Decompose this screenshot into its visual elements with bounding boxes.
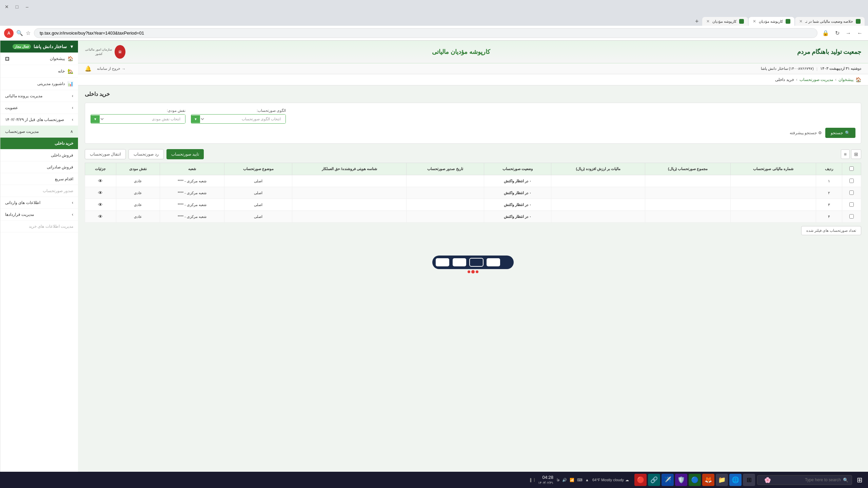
cell-row-3: ۴ <box>816 211 842 223</box>
taskbar: ⊞ 🔍 🌸 ⊞ 🌐 📁 🦊 🔵 🛡️ ✈️ 🔗 🔴 ☁ 64°F Mostly … <box>0 472 868 488</box>
search-icon[interactable]: 🔍 <box>16 30 23 36</box>
breadcrumb-item-1[interactable]: پیشخوان <box>839 77 853 82</box>
chevron-up-taskbar[interactable]: ▲ <box>585 478 589 482</box>
table-row: ۴ ۰ در انتظار واکنش اصلی شعبه مرکزی - **… <box>85 211 861 223</box>
sidebar-item-piskhwan[interactable]: 🏠 پیشخوان 🔲 <box>0 53 78 65</box>
browser-tab-2[interactable]: کارپوشه مؤدیان ✕ <box>749 17 794 26</box>
sidebar-item-dashboard[interactable]: 📊 داشبورد مدیریتی <box>0 78 78 90</box>
sidebar-item-prev-invoices[interactable]: › صورتحساب های قبل از ۱۴۰۲/۰۳/۲۹ <box>0 114 78 126</box>
sidebar-item-domestic-sell[interactable]: فروش داخلی <box>0 149 78 161</box>
row-checkbox-0[interactable] <box>849 179 854 183</box>
sidebar-item-invoice-manage[interactable]: ∧ مدیریت صورتحساب <box>0 126 78 138</box>
transfer-invoice-button[interactable]: انتقال صورتحساب <box>85 149 126 159</box>
select-all-checkbox[interactable] <box>849 166 854 171</box>
sidebar-item-quick-action[interactable]: اقدام سریع <box>0 173 78 185</box>
close-button[interactable]: ✕ <box>3 3 10 10</box>
reject-invoice-button[interactable]: رد صورتحساب <box>129 149 163 159</box>
start-button[interactable]: ⊞ <box>854 474 865 485</box>
home-button[interactable]: 🔒 <box>821 28 830 38</box>
invoice-pattern-select[interactable]: انتخاب الگوی صورتحساب <box>200 115 285 123</box>
back-button[interactable]: ← <box>856 29 864 38</box>
cell-eye-3[interactable]: 👁 <box>85 211 116 223</box>
sidebar-item-domestic-buy[interactable]: خرید داخلی <box>0 138 78 149</box>
cell-role-0: عادی <box>116 175 160 187</box>
search-button[interactable]: 🔍 جستجو <box>825 128 855 138</box>
cell-checkbox-0 <box>842 175 861 187</box>
gear-icon: ⚙ <box>818 130 822 135</box>
table-row: ۳ ۰ در انتظار واکنش اصلی شعبه مرکزی - **… <box>85 199 861 211</box>
cell-eye-0[interactable]: 👁 <box>85 175 116 187</box>
cell-date-1 <box>407 187 484 199</box>
sidebar-label-quick-action: اقدام سریع <box>55 177 73 181</box>
sidebar-item-export-sell[interactable]: فروش صادراتی <box>0 161 78 173</box>
sidebar-item-buy-info[interactable]: مدیریت اطلاعات های خرید <box>0 221 78 232</box>
logout-button[interactable]: → خروج از سامانه <box>97 66 125 71</box>
taxpayer-role-label: نقش مودی: <box>91 108 185 113</box>
lang-indicator: فا <box>557 478 559 482</box>
taskbar-app-edge[interactable]: 🌐 <box>729 474 742 486</box>
filter-count-button[interactable]: تعداد صورتحساب های فیلتر شده <box>801 226 861 235</box>
tab-close-3[interactable]: ✕ <box>706 19 710 24</box>
notification-icon[interactable]: 🔔 <box>85 65 92 72</box>
chevron-left-icon-2: › <box>72 105 73 110</box>
taskbar-app-chrome2[interactable]: 🔴 <box>634 474 647 486</box>
taskbar-app-telegram[interactable]: ✈️ <box>662 474 674 486</box>
weather-text: 64°F Mostly cloudy <box>592 478 624 482</box>
sidebar-item-khaneh[interactable]: 🏡 خانه <box>0 65 78 78</box>
sidebar-label-membership: عضویت <box>5 105 18 110</box>
cell-eye-1[interactable]: 👁 <box>85 187 116 199</box>
maximize-button[interactable]: □ <box>14 3 20 10</box>
forward-button[interactable]: → <box>844 29 852 38</box>
user-bar: دوشنبه ۳۱ اردیبهشت ۱۴۰۳ | (۱۴۰۰۸۷۶۶۷۹۷) … <box>78 63 868 74</box>
breadcrumb-item-2[interactable]: مدیریت صورتحساب <box>800 77 833 82</box>
tab-close-1[interactable]: ✕ <box>799 19 803 24</box>
url-input[interactable] <box>34 28 817 38</box>
taskbar-app-explorer[interactable]: 📁 <box>716 474 728 486</box>
cell-tax-num-0 <box>730 175 816 187</box>
sidebar-expand-icon[interactable]: ▼ <box>70 44 74 49</box>
profile-avatar[interactable]: A <box>4 28 14 38</box>
browser-tab-3[interactable]: کارپوشه مؤدیان ✕ <box>702 17 748 26</box>
view-list-button[interactable]: ≡ <box>841 149 850 159</box>
taxpayer-role-select[interactable]: انتخاب نقش مودی <box>100 115 185 123</box>
taskbar-app-widgets[interactable]: ⊞ <box>743 474 755 486</box>
minimize-button[interactable]: – <box>24 3 31 10</box>
show-desktop-button[interactable]: ▌ <box>530 478 534 482</box>
taskbar-app-firefox[interactable]: 🦊 <box>702 474 714 486</box>
taskbar-app-network[interactable]: 🔗 <box>648 474 660 486</box>
col-checkbox <box>842 163 861 175</box>
advanced-search-button[interactable]: ⚙ جستجو پیشرفته <box>790 130 822 135</box>
tab-close-2[interactable]: ✕ <box>753 19 756 24</box>
taskbar-app-chrome[interactable]: 🔵 <box>689 474 701 486</box>
bookmark-icon[interactable]: ☆ <box>26 30 31 36</box>
org-name: سازمان امور مالیاتی کشور <box>85 47 113 56</box>
new-tab-button[interactable]: + <box>692 17 702 26</box>
cell-status-3: ۰ در انتظار واکنش <box>484 211 551 223</box>
view-grid-button[interactable]: ⊞ <box>851 149 861 159</box>
row-checkbox-2[interactable] <box>849 202 854 207</box>
cell-eye-2[interactable]: 👁 <box>85 199 116 211</box>
house-icon: 🏡 <box>67 68 73 74</box>
cell-checkbox-3 <box>842 211 861 223</box>
cell-subject-2: اصلی <box>224 199 292 211</box>
taxpayer-role-arrow: ▼ <box>91 115 100 123</box>
browser-tab-1[interactable]: خلاصه وضعیت مالیاتی شما در نـ ✕ <box>795 17 865 26</box>
sidebar-item-submit-invoice[interactable]: صدور صورتحساب <box>0 185 78 197</box>
address-bar: ← → ↻ 🔒 ☆ 🔍 A <box>0 26 868 41</box>
cell-branch-0: شعبه مرکزی - **** <box>160 175 224 187</box>
chevron-up-icon: ∧ <box>70 129 73 134</box>
sidebar-item-label-dashboard: داشبورد مدیریتی <box>37 81 65 86</box>
action-bar: ⊞ ≡ تایید صورتحساب رد صورتحساب انتقال صو… <box>85 149 861 159</box>
invoice-table: ردیف شماره مالیاتی صورتحساب مجموع صورتحس… <box>85 163 861 223</box>
sidebar-item-contract-manage[interactable]: › مدیریت قراردادها <box>0 209 78 221</box>
sidebar-item-import-info[interactable]: › اطلاعات های وارداتی <box>0 197 78 209</box>
row-checkbox-1[interactable] <box>849 190 854 195</box>
refresh-button[interactable]: ↻ <box>834 28 841 38</box>
confirm-invoice-button[interactable]: تایید صورتحساب <box>166 149 204 159</box>
row-checkbox-3[interactable] <box>849 214 854 219</box>
sidebar-item-tax-management[interactable]: › مدیریت پرونده مالیاتی <box>0 90 78 102</box>
sidebar-label-prev-invoices: صورتحساب های قبل از ۱۴۰۲/۰۳/۲۹ <box>5 117 64 122</box>
sidebar-item-membership[interactable]: › عضویت <box>0 102 78 114</box>
taskbar-search-input[interactable] <box>773 477 841 482</box>
taskbar-app-vpn[interactable]: 🛡️ <box>675 474 687 486</box>
